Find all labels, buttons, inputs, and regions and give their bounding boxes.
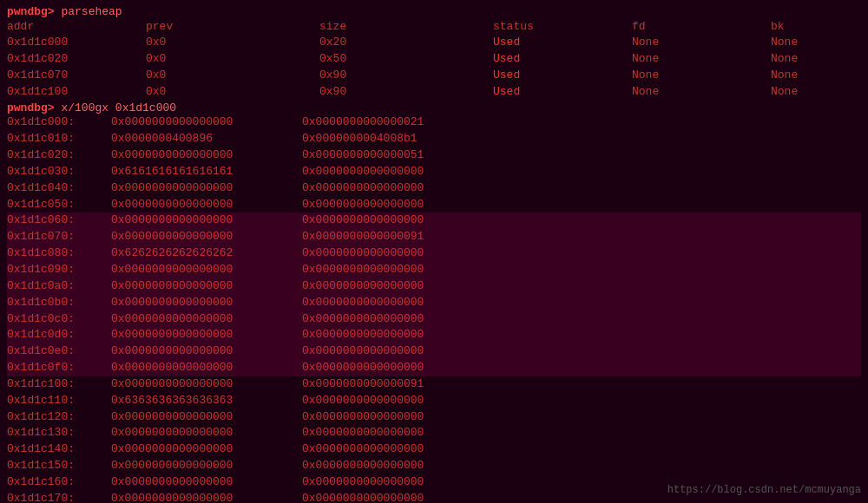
cell-size: 0x90 <box>319 84 493 101</box>
hex-col2: 0x0000000000000091 <box>302 229 493 245</box>
hex-col1: 0x0000000000000000 <box>111 376 302 393</box>
hex-row: 0x1d1c0a0: 0x0000000000000000 0x00000000… <box>7 278 861 295</box>
hex-addr: 0x1d1c040: <box>7 180 111 197</box>
cell-prev: 0x0 <box>146 35 319 51</box>
cell-status: Used <box>493 84 632 101</box>
hex-col1: 0x0000000000000000 <box>111 147 302 164</box>
table-row: 0x1d1c000 0x0 0x20 Used None None <box>7 35 861 51</box>
hex-col2: 0x0000000000000000 <box>302 278 493 295</box>
col-fd-header: fd <box>632 20 771 33</box>
hex-addr: 0x1d1c120: <box>7 409 111 426</box>
hex-col1: 0x6161616161616161 <box>111 164 302 180</box>
hex-addr: 0x1d1c0d0: <box>7 327 111 343</box>
hex-col2: 0x0000000000000000 <box>302 425 493 441</box>
hex-col2: 0x0000000000000000 <box>302 262 493 278</box>
hex-col1: 0x0000000000000000 <box>111 295 302 311</box>
hex-addr: 0x1d1c0f0: <box>7 360 111 376</box>
hex-addr: 0x1d1c100: <box>7 376 111 393</box>
table-row: 0x1d1c070 0x0 0x90 Used None None <box>7 68 861 84</box>
command-line-1: pwndbg> parseheap <box>7 5 861 18</box>
hex-row: 0x1d1c040: 0x0000000000000000 0x00000000… <box>7 180 861 197</box>
parseheap-table: 0x1d1c000 0x0 0x20 Used None None 0x1d1c… <box>7 35 861 100</box>
table-row: 0x1d1c020 0x0 0x50 Used None None <box>7 51 861 68</box>
hex-row: 0x1d1c0e0: 0x0000000000000000 0x00000000… <box>7 343 861 360</box>
cell-bk: None <box>771 84 868 101</box>
hex-col2: 0x0000000000000000 <box>302 245 493 262</box>
cell-fd: None <box>632 84 771 101</box>
hex-addr: 0x1d1c090: <box>7 262 111 278</box>
hex-addr: 0x1d1c050: <box>7 197 111 213</box>
cell-fd: None <box>632 35 771 51</box>
hex-col1: 0x0000000400896 <box>111 131 302 147</box>
col-prev-header: prev <box>146 20 319 33</box>
hex-col1: 0x0000000000000000 <box>111 114 302 131</box>
hex-addr: 0x1d1c010: <box>7 131 111 147</box>
hex-col1: 0x0000000000000000 <box>111 360 302 376</box>
hex-col2: 0x0000000000000000 <box>302 441 493 458</box>
hex-col2: 0x0000000000000091 <box>302 376 493 393</box>
col-size-header: size <box>319 20 493 33</box>
hex-col1: 0x6262626262626262 <box>111 245 302 262</box>
command-line-2: pwndbg> x/100gx 0x1d1c000 <box>7 101 861 114</box>
cell-addr: 0x1d1c020 <box>7 51 146 68</box>
terminal: pwndbg> parseheap addr prev size status … <box>7 5 861 503</box>
hex-col2: 0x0000000000000000 <box>302 180 493 197</box>
table-header: addr prev size status fd bk <box>7 20 861 33</box>
hex-row: 0x1d1c130: 0x0000000000000000 0x00000000… <box>7 425 861 441</box>
hex-col2: 0x0000000000000000 <box>302 295 493 311</box>
hex-addr: 0x1d1c000: <box>7 114 111 131</box>
hex-col1: 0x0000000000000000 <box>111 474 302 491</box>
hex-addr: 0x1d1c0b0: <box>7 295 111 311</box>
hex-col1: 0x0000000000000000 <box>111 425 302 441</box>
hex-row: 0x1d1c010: 0x0000000400896 0x00000000040… <box>7 131 861 147</box>
hex-col2: 0x0000000000000000 <box>302 491 493 503</box>
hex-col1: 0x0000000000000000 <box>111 441 302 458</box>
hex-addr: 0x1d1c150: <box>7 458 111 474</box>
hex-col2: 0x0000000000000000 <box>302 212 493 229</box>
hex-row: 0x1d1c050: 0x0000000000000000 0x00000000… <box>7 197 861 213</box>
cell-prev: 0x0 <box>146 51 319 68</box>
cell-addr: 0x1d1c100 <box>7 84 146 101</box>
hex-col1: 0x0000000000000000 <box>111 327 302 343</box>
hex-col2: 0x0000000000000000 <box>302 343 493 360</box>
hex-row: 0x1d1c120: 0x0000000000000000 0x00000000… <box>7 409 861 426</box>
hex-addr: 0x1d1c0e0: <box>7 343 111 360</box>
hex-col1: 0x0000000000000000 <box>111 311 302 328</box>
cell-bk: None <box>771 68 868 84</box>
hex-col1: 0x6363636363636363 <box>111 393 302 409</box>
table-row: 0x1d1c100 0x0 0x90 Used None None <box>7 84 861 101</box>
hex-col2: 0x0000000000000000 <box>302 164 493 180</box>
hex-row: 0x1d1c0c0: 0x0000000000000000 0x00000000… <box>7 311 861 328</box>
hex-col1: 0x0000000000000000 <box>111 491 302 503</box>
hex-col2: 0x0000000000000021 <box>302 114 493 131</box>
hex-row: 0x1d1c090: 0x0000000000000000 0x00000000… <box>7 262 861 278</box>
hex-col2: 0x0000000000000000 <box>302 311 493 328</box>
cell-size: 0x50 <box>319 51 493 68</box>
cmd-2: x/100gx 0x1d1c000 <box>61 101 176 114</box>
col-bk-header: bk <box>771 20 868 33</box>
hex-col1: 0x0000000000000000 <box>111 262 302 278</box>
watermark: https://blog.csdn.net/mcmuyanga <box>667 484 861 496</box>
prompt-2: pwndbg> <box>7 101 55 114</box>
cell-status: Used <box>493 68 632 84</box>
hex-row: 0x1d1c0d0: 0x0000000000000000 0x00000000… <box>7 327 861 343</box>
hex-addr: 0x1d1c080: <box>7 245 111 262</box>
cell-prev: 0x0 <box>146 68 319 84</box>
hex-addr: 0x1d1c130: <box>7 425 111 441</box>
hex-addr: 0x1d1c020: <box>7 147 111 164</box>
hex-col2: 0x0000000000000000 <box>302 458 493 474</box>
hex-row: 0x1d1c100: 0x0000000000000000 0x00000000… <box>7 376 861 393</box>
hex-col2: 0x0000000000000000 <box>302 409 493 426</box>
hex-addr: 0x1d1c140: <box>7 441 111 458</box>
cmd-1: parseheap <box>61 5 122 18</box>
cell-size: 0x20 <box>319 35 493 51</box>
cell-size: 0x90 <box>319 68 493 84</box>
hex-col2: 0x0000000000000051 <box>302 147 493 164</box>
hex-row: 0x1d1c020: 0x0000000000000000 0x00000000… <box>7 147 861 164</box>
cell-fd: None <box>632 51 771 68</box>
hex-col1: 0x0000000000000000 <box>111 197 302 213</box>
hex-row: 0x1d1c110: 0x6363636363636363 0x00000000… <box>7 393 861 409</box>
cell-addr: 0x1d1c070 <box>7 68 146 84</box>
hex-addr: 0x1d1c060: <box>7 212 111 229</box>
cell-bk: None <box>771 35 868 51</box>
